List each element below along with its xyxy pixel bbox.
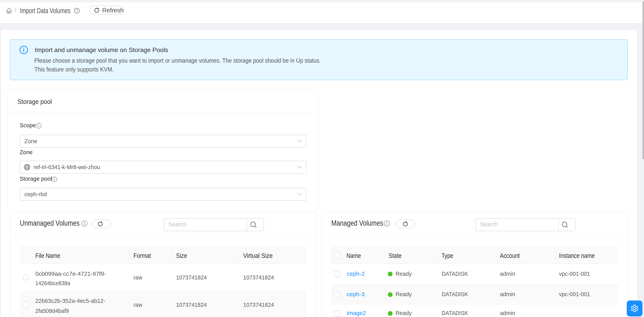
svg-text:?: ? [76, 9, 78, 13]
